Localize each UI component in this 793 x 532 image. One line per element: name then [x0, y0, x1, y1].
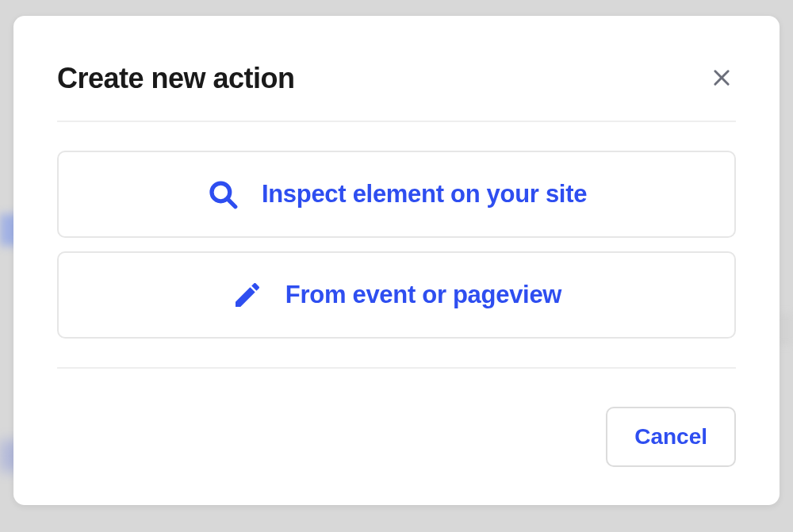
backdrop-blur: [777, 313, 793, 345]
create-action-modal: Create new action Inspect element on you…: [13, 16, 780, 505]
edit-icon: [232, 279, 263, 311]
modal-footer: Cancel: [57, 407, 736, 467]
inspect-element-option[interactable]: Inspect element on your site: [57, 151, 736, 238]
from-event-option[interactable]: From event or pageview: [57, 251, 736, 339]
modal-title: Create new action: [57, 62, 295, 95]
option-label: Inspect element on your site: [262, 180, 587, 209]
close-icon: [711, 67, 733, 91]
cancel-button[interactable]: Cancel: [606, 407, 736, 467]
search-icon: [206, 178, 239, 211]
divider: [57, 367, 736, 369]
svg-line-3: [228, 199, 236, 207]
close-button[interactable]: [707, 63, 736, 94]
modal-header: Create new action: [57, 62, 736, 95]
divider: [57, 121, 736, 122]
option-label: From event or pageview: [285, 281, 561, 309]
